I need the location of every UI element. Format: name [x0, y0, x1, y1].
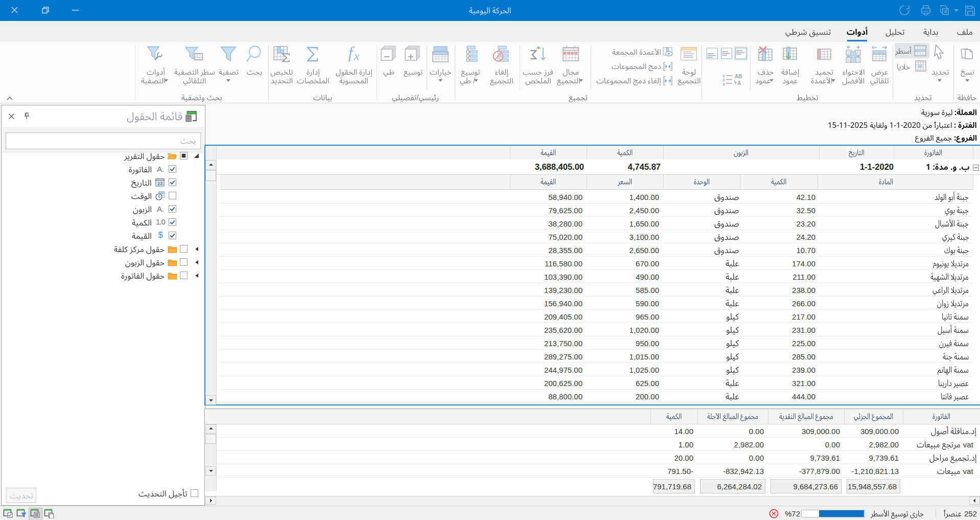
svg-text:3: 3	[722, 82, 725, 86]
svg-text:A: A	[737, 80, 741, 86]
svg-text:AB: AB	[735, 74, 742, 79]
svg-text:23: 23	[157, 180, 163, 186]
